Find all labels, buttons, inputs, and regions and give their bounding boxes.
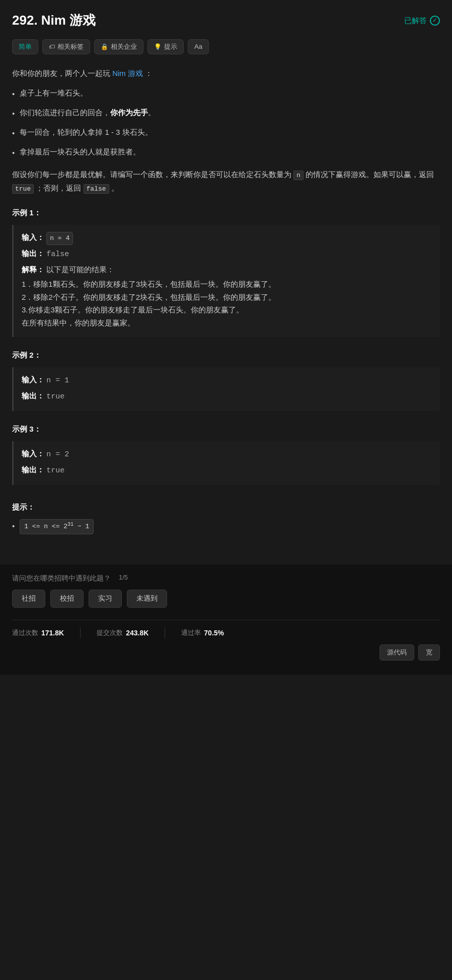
page-title: 292. Nim 游戏: [12, 10, 96, 31]
hints-section-title: 提示：: [12, 501, 440, 513]
n-code: n: [293, 171, 304, 180]
list-item: • 桌子上有一堆石头。: [12, 86, 440, 101]
bulb-icon: 💡: [154, 43, 162, 50]
example-1-output: 输出： false: [22, 247, 432, 261]
solved-badge: 已解答 ✓: [404, 15, 440, 27]
list-item: • 拿掉最后一块石头的人就是获胜者。: [12, 145, 440, 159]
width-button[interactable]: 宽: [418, 644, 440, 661]
company-label: 相关企业: [111, 42, 137, 51]
footer-question-text: 请问您在哪类招聘中遇到此题？: [12, 573, 111, 584]
not-encountered-button[interactable]: 未遇到: [127, 590, 167, 608]
stat-submitted: 提交次数 243.8K: [97, 627, 165, 638]
explanation-label: 解释：: [22, 265, 44, 274]
input-value-1: n = 4: [46, 232, 73, 245]
intern-button[interactable]: 实习: [89, 590, 122, 608]
output-value-2: true: [46, 392, 64, 401]
solved-check-icon: ✓: [430, 16, 440, 26]
explanation-text-1: 以下是可能的结果：: [46, 265, 114, 274]
false-code: false: [84, 184, 109, 194]
related-company-button[interactable]: 🔒 相关企业: [94, 39, 143, 54]
rate-label: 通过率: [181, 628, 201, 638]
bold-first: 你作为先手: [110, 108, 148, 117]
intro-end: ：: [145, 69, 153, 77]
bullet-dot: •: [12, 87, 15, 101]
rule-2: 你们轮流进行自己的回合，你作为先手。: [20, 106, 156, 119]
page-header: 292. Nim 游戏 已解答 ✓: [12, 10, 440, 31]
related-tags-button[interactable]: 🏷 相关标签: [42, 39, 90, 54]
footer-question-row: 请问您在哪类招聘中遇到此题？ 1/5: [12, 573, 440, 584]
rate-value: 70.5%: [204, 627, 224, 638]
nim-game-link[interactable]: Nim 游戏: [112, 69, 143, 77]
source-code-button[interactable]: 源代码: [380, 644, 414, 661]
page-indicator: 1/5: [119, 573, 128, 583]
example-2-output: 输出： true: [22, 389, 432, 403]
stats-bar: 通过次数 171.8K 提交次数 243.8K 通过率 70.5%: [12, 620, 440, 638]
output-label-3: 输出：: [22, 465, 44, 474]
difficulty-label: 简单: [19, 42, 32, 51]
constraint-item: • 1 <= n <= 231 − 1: [12, 519, 440, 534]
rule-4: 拿掉最后一块石头的人就是获胜者。: [20, 145, 140, 158]
input-value-2: n = 1: [46, 376, 69, 385]
input-value-3: n = 2: [46, 450, 69, 459]
list-item: • 你们轮流进行自己的回合，你作为先手。: [12, 106, 440, 120]
bullet-dot: •: [12, 146, 15, 159]
social-recruit-button[interactable]: 社招: [12, 590, 45, 608]
list-item: • 每一回合，轮到的人拿掉 1 - 3 块石头。: [12, 125, 440, 140]
rule-3: 每一回合，轮到的人拿掉 1 - 3 块石头。: [20, 125, 152, 139]
example-1-input: 输入： n = 4: [22, 231, 432, 245]
intro-paragraph: 你和你的朋友，两个人一起玩 Nim 游戏 ：: [12, 66, 440, 80]
problem-description: 你和你的朋友，两个人一起玩 Nim 游戏 ： • 桌子上有一堆石头。 • 你们轮…: [12, 66, 440, 159]
submitted-value: 243.8K: [126, 627, 148, 638]
intro-text: 你和你的朋友，两个人一起玩: [12, 69, 112, 77]
example-1-title: 示例 1：: [12, 207, 440, 219]
constraints-list: • 1 <= n <= 231 − 1: [12, 519, 440, 534]
constraint-badge: 1 <= n <= 231 − 1: [20, 519, 94, 534]
rule-1: 桌子上有一堆石头。: [20, 86, 88, 100]
solved-label: 已解答: [404, 15, 427, 27]
accepted-value: 171.8K: [41, 627, 64, 638]
bullet-dot: •: [12, 107, 15, 120]
font-label: Aa: [194, 43, 202, 50]
campus-recruit-button[interactable]: 校招: [50, 590, 84, 608]
example-2-input: 输入： n = 1: [22, 373, 432, 387]
footer-actions: 源代码 宽: [12, 638, 440, 667]
note-paragraph: 假设你们每一步都是最优解。请编写一个函数，来判断你是否可以在给定石头数量为 n …: [12, 168, 440, 195]
hint-label: 提示: [164, 42, 177, 51]
bullet-dot: •: [12, 126, 15, 140]
output-value-3: true: [46, 466, 64, 475]
tag-icon: 🏷: [49, 43, 55, 50]
stat-accepted: 通过次数 171.8K: [12, 627, 81, 638]
footer-area: 请问您在哪类招聘中遇到此题？ 1/5 社招 校招 实习 未遇到 通过次数 171…: [0, 564, 452, 675]
output-label-2: 输出：: [22, 391, 44, 400]
lock-icon: 🔒: [101, 43, 108, 50]
example-3-output: 输出： true: [22, 463, 432, 477]
difficulty-button[interactable]: 简单: [12, 39, 38, 54]
example-2-title: 示例 2：: [12, 349, 440, 361]
example-1-explanation: 解释： 以下是可能的结果：: [22, 263, 432, 276]
example-3-title: 示例 3：: [12, 423, 440, 435]
output-value-1: false: [46, 250, 69, 259]
input-label: 输入：: [22, 233, 44, 241]
example-3-block: 输入： n = 2 输出： true: [12, 441, 440, 485]
toolbar: 简单 🏷 相关标签 🔒 相关企业 💡 提示 Aa: [12, 39, 440, 54]
output-label: 输出：: [22, 249, 44, 258]
submitted-label: 提交次数: [97, 628, 123, 638]
example-2-block: 输入： n = 1 输出： true: [12, 367, 440, 411]
rules-list: • 桌子上有一堆石头。 • 你们轮流进行自己的回合，你作为先手。 • 每一回合，…: [12, 86, 440, 159]
explanation-detail: 1．移除1颗石头。你的朋友移走了3块石头，包括最后一块。你的朋友赢了。 2．移除…: [22, 278, 432, 329]
example-3-input: 输入： n = 2: [22, 447, 432, 461]
stat-rate: 通过率 70.5%: [181, 627, 240, 638]
font-button[interactable]: Aa: [188, 39, 209, 54]
input-label-2: 输入：: [22, 375, 44, 384]
bullet-dot: •: [12, 520, 15, 532]
true-code: true: [12, 184, 34, 194]
example-1-block: 输入： n = 4 输出： false 解释： 以下是可能的结果： 1．移除1颗…: [12, 225, 440, 337]
accepted-label: 通过次数: [12, 628, 38, 638]
hint-button[interactable]: 💡 提示: [147, 39, 184, 54]
input-label-3: 输入：: [22, 449, 44, 458]
recruitment-buttons: 社招 校招 实习 未遇到: [12, 590, 440, 608]
tags-label: 相关标签: [57, 42, 84, 51]
